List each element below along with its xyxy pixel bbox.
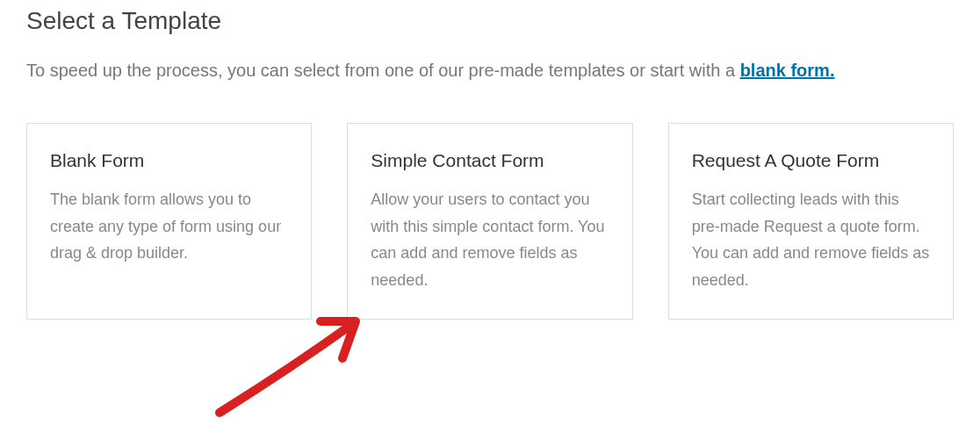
- card-desc: The blank form allows you to create any …: [50, 186, 288, 267]
- card-desc: Allow your users to contact you with thi…: [371, 186, 609, 293]
- template-card-blank-form[interactable]: Blank Form The blank form allows you to …: [26, 123, 312, 320]
- template-cards: Blank Form The blank form allows you to …: [26, 123, 954, 320]
- intro-prefix: To speed up the process, you can select …: [26, 61, 740, 80]
- blank-form-link[interactable]: blank form.: [740, 61, 835, 80]
- intro-text: To speed up the process, you can select …: [26, 56, 954, 84]
- template-card-simple-contact-form[interactable]: Simple Contact Form Allow your users to …: [347, 123, 632, 320]
- page-title: Select a Template: [26, 7, 954, 35]
- card-title: Blank Form: [50, 148, 288, 172]
- template-card-request-quote-form[interactable]: Request A Quote Form Start collecting le…: [668, 123, 954, 320]
- card-desc: Start collecting leads with this pre-mad…: [692, 186, 930, 293]
- card-title: Request A Quote Form: [692, 148, 930, 172]
- card-title: Simple Contact Form: [371, 148, 609, 172]
